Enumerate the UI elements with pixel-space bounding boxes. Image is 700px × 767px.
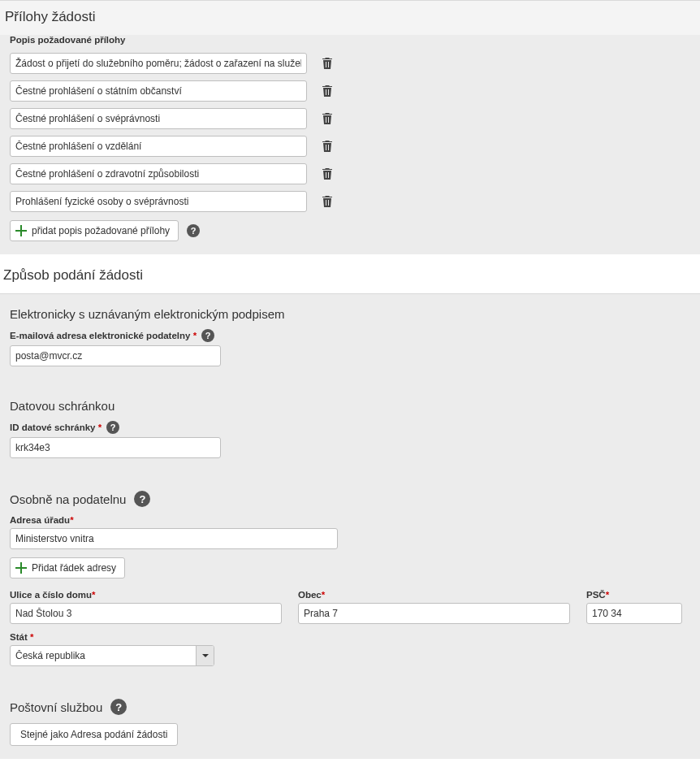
add-address-line-label: Přidat řádek adresy bbox=[32, 562, 116, 574]
delete-attachment-button[interactable] bbox=[318, 54, 336, 73]
help-icon[interactable]: ? bbox=[201, 329, 214, 342]
delete-attachment-button[interactable] bbox=[318, 136, 336, 156]
attachment-row bbox=[0, 77, 700, 105]
databox-title: Datovou schránkou bbox=[0, 386, 700, 421]
city-input[interactable] bbox=[298, 603, 570, 624]
delete-attachment-button[interactable] bbox=[318, 192, 336, 211]
street-label: Ulice a číslo domu* bbox=[10, 590, 282, 603]
attachment-input[interactable] bbox=[10, 191, 307, 212]
trash-icon bbox=[322, 195, 333, 208]
help-icon[interactable]: ? bbox=[187, 224, 200, 237]
add-attachment-button[interactable]: přidat popis požadované přílohy bbox=[10, 220, 179, 241]
attachment-input[interactable] bbox=[10, 53, 307, 74]
zip-label: PSČ* bbox=[586, 590, 682, 603]
plus-icon bbox=[15, 562, 27, 574]
attachment-input[interactable] bbox=[10, 108, 307, 129]
attachments-section: Přílohy žádosti Popis požadované přílohy bbox=[0, 0, 700, 254]
attachments-list-label: Popis požadované přílohy bbox=[10, 35, 690, 48]
inperson-title: Osobně na podatelnu bbox=[10, 492, 126, 506]
zip-input[interactable] bbox=[586, 603, 682, 624]
street-input[interactable] bbox=[10, 603, 282, 624]
attachments-title: Přílohy žádosti bbox=[0, 1, 700, 35]
help-icon[interactable]: ? bbox=[134, 491, 150, 507]
same-as-address-button[interactable]: Stejné jako Adresa podání žádosti bbox=[10, 723, 178, 746]
attachment-input[interactable] bbox=[10, 80, 307, 102]
help-icon[interactable]: ? bbox=[110, 699, 127, 715]
attachment-row bbox=[0, 160, 700, 188]
trash-icon bbox=[322, 167, 333, 180]
delete-attachment-button[interactable] bbox=[318, 164, 336, 184]
same-as-address-label: Stejné jako Adresa podání žádosti bbox=[20, 729, 167, 740]
delete-attachment-button[interactable] bbox=[318, 109, 336, 128]
add-attachment-label: přidat popis požadované přílohy bbox=[32, 225, 170, 236]
email-input[interactable] bbox=[10, 345, 221, 366]
state-label: Stát * bbox=[10, 632, 690, 645]
state-select[interactable]: Česká republika bbox=[10, 645, 214, 666]
trash-icon bbox=[322, 112, 333, 125]
add-address-line-button[interactable]: Přidat řádek adresy bbox=[10, 557, 125, 578]
office-address-input[interactable] bbox=[10, 528, 338, 549]
attachment-row bbox=[0, 105, 700, 132]
electronic-title: Elektronicky s uznávaným elektronickým p… bbox=[0, 294, 700, 329]
attachment-row bbox=[0, 188, 700, 215]
trash-icon bbox=[322, 57, 333, 70]
city-label: Obec* bbox=[298, 590, 570, 603]
attachment-row bbox=[0, 132, 700, 160]
attachment-input[interactable] bbox=[10, 136, 307, 157]
databox-id-input[interactable] bbox=[10, 437, 221, 458]
plus-icon bbox=[15, 225, 27, 236]
help-icon[interactable]: ? bbox=[106, 421, 119, 434]
email-label: E-mailová adresa elektronické podatelny … bbox=[10, 331, 197, 340]
databox-id-label: ID datové schránky * bbox=[10, 422, 102, 432]
trash-icon bbox=[322, 84, 333, 98]
attachment-row bbox=[0, 50, 700, 77]
office-address-label: Adresa úřadu* bbox=[10, 515, 690, 528]
submission-title: Způsob podání žádosti bbox=[0, 259, 700, 293]
postal-title: Poštovní službou bbox=[10, 700, 102, 714]
submission-section: Elektronicky s uznávaným elektronickým p… bbox=[0, 293, 700, 759]
delete-attachment-button[interactable] bbox=[318, 81, 336, 101]
attachment-input[interactable] bbox=[10, 163, 307, 184]
trash-icon bbox=[322, 140, 333, 153]
